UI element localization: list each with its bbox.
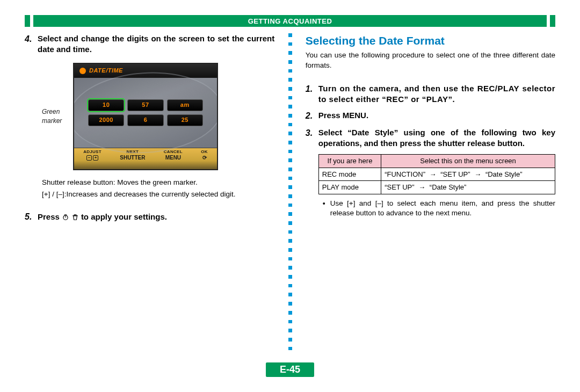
- lcd-bg-ellipse: [73, 67, 218, 158]
- divider-square: [288, 221, 292, 225]
- divider-square: [288, 257, 292, 261]
- divider-square: [288, 329, 292, 332]
- step-text: Press to apply your settings.: [38, 211, 274, 223]
- left-column: 4. Select and change the digits on the s…: [25, 33, 284, 355]
- section-intro: You can use the following procedure to s…: [306, 50, 555, 70]
- step-text: Turn on the camera, and then use the REC…: [318, 83, 555, 105]
- bullet-item: • Use [+] and [–] to select each menu it…: [323, 199, 555, 218]
- page-number-wrap: E-45: [266, 362, 314, 377]
- table-row: REC mode “FUNCTION” → “SET UP” → “Date S…: [318, 168, 555, 181]
- bullet-text: Use [+] and [–] to select each menu item…: [330, 199, 555, 218]
- annotation-green-marker: Green marker: [42, 107, 73, 125]
- divider-square: [288, 185, 292, 189]
- menu-table: If you are here Select this on the menu …: [318, 154, 555, 194]
- lcd-cell-ampm: am: [167, 99, 203, 111]
- divider-square: [288, 78, 292, 82]
- divider-square: [288, 212, 292, 216]
- divider-square: [288, 338, 292, 342]
- arrow-icon: →: [474, 170, 481, 179]
- divider-square: [288, 33, 292, 37]
- step-5: 5. Press to apply your settings.: [25, 211, 274, 223]
- header-accent-right: [550, 15, 555, 27]
- lcd-cell-min: 57: [127, 99, 163, 111]
- divider-square: [288, 158, 292, 162]
- header-bar: GETTING ACQUAINTED: [25, 15, 555, 27]
- divider-square: [288, 347, 292, 351]
- divider-square: [288, 284, 292, 288]
- step-3: 3. Select “Date Style” using one of the …: [306, 127, 555, 149]
- footer-col-cancel: CANCEL MENU: [164, 149, 183, 161]
- divider-square: [288, 87, 292, 91]
- td-mode: PLAY mode: [318, 181, 381, 194]
- content-columns: 4. Select and change the digits on the s…: [25, 33, 555, 355]
- divider-square: [288, 239, 292, 243]
- th-selection: Select this on the menu screen: [381, 155, 555, 168]
- lcd-row-1: 10 57 am: [88, 99, 203, 111]
- step-4: 4. Select and change the digits on the s…: [25, 33, 274, 55]
- table-row: PLAY mode “SET UP” → “Date Style”: [318, 181, 555, 194]
- right-column: Selecting the Date Format You can use th…: [296, 33, 555, 355]
- lcd-row-2: 2000 6 25: [88, 114, 203, 126]
- divider-square: [288, 177, 292, 180]
- divider-square: [288, 141, 292, 144]
- annot-line1: Green: [42, 108, 60, 115]
- lcd-cell-month: 6: [127, 114, 163, 126]
- divider-square: [288, 96, 292, 100]
- step-number: 3.: [306, 127, 318, 149]
- header-main: GETTING ACQUAINTED: [33, 15, 547, 27]
- minus-plus-icon: −+: [86, 155, 98, 161]
- plus-minus-note: [+] / [–]: Increases and decreases the c…: [42, 190, 274, 199]
- clock-icon: [79, 68, 86, 74]
- path-seg: “Date Style”: [485, 170, 523, 178]
- divider-square: [288, 302, 292, 306]
- pm-val: Increases and decreases the currently se…: [66, 190, 235, 199]
- divider-square: [288, 248, 292, 252]
- step5-b: to apply your settings.: [81, 212, 167, 222]
- annot-line2: marker: [42, 117, 62, 125]
- step-text: Press MENU.: [318, 110, 555, 122]
- divider-square: [288, 105, 292, 108]
- path-seg: “FUNCTION”: [385, 170, 425, 178]
- selftimer-icon: [62, 213, 69, 221]
- divider-square: [288, 204, 292, 207]
- divider-square: [288, 69, 292, 73]
- menu-icon: MENU: [165, 155, 181, 161]
- delete-icon: [71, 213, 79, 221]
- footer-label: OK: [201, 149, 208, 155]
- path-seg: “SET UP”: [440, 170, 470, 178]
- lcd-body: 10 57 am 2000 6 25: [74, 78, 217, 148]
- manual-page: GETTING ACQUAINTED 4. Select and change …: [0, 0, 580, 392]
- divider-square: [288, 51, 292, 55]
- th-location: If you are here: [318, 155, 381, 168]
- divider-square: [288, 42, 292, 46]
- footer-label: ADJUST: [83, 149, 102, 155]
- divider-square: [288, 60, 292, 64]
- td-path: “SET UP” → “Date Style”: [381, 181, 555, 194]
- td-mode: REC mode: [318, 168, 381, 181]
- page-number: E-45: [266, 362, 314, 377]
- step-1: 1. Turn on the camera, and then use the …: [306, 83, 555, 105]
- lcd-screenshot: DATE/TIME 10 57 am 2000 6 25: [73, 63, 218, 170]
- bullet-icon: •: [323, 199, 330, 218]
- td-path: “FUNCTION” → “SET UP” → “Date Style”: [381, 168, 555, 181]
- footer-col-ok: OK ⟳: [201, 149, 208, 161]
- divider-square: [288, 311, 292, 315]
- step-number: 4.: [25, 33, 38, 55]
- divider-square: [288, 123, 292, 127]
- step-number: 1.: [306, 83, 318, 105]
- divider-square: [288, 293, 292, 296]
- step-text: Select and change the digits on the scre…: [38, 33, 274, 55]
- column-divider: [284, 33, 296, 355]
- arrow-icon: →: [430, 170, 437, 179]
- step-3-details: If you are here Select this on the menu …: [306, 154, 555, 218]
- step-2: 2. Press MENU.: [306, 110, 555, 122]
- lcd-cell-day: 25: [167, 114, 203, 126]
- header-accent-left: [25, 15, 30, 27]
- lcd-title: DATE/TIME: [89, 67, 123, 75]
- footer-col-adjust: ADJUST −+: [83, 149, 102, 161]
- path-seg: “SET UP”: [385, 183, 414, 191]
- step-number: 5.: [25, 211, 38, 223]
- path-seg: “Date Style”: [430, 183, 467, 191]
- divider-square: [288, 266, 292, 270]
- step-number: 2.: [306, 110, 318, 122]
